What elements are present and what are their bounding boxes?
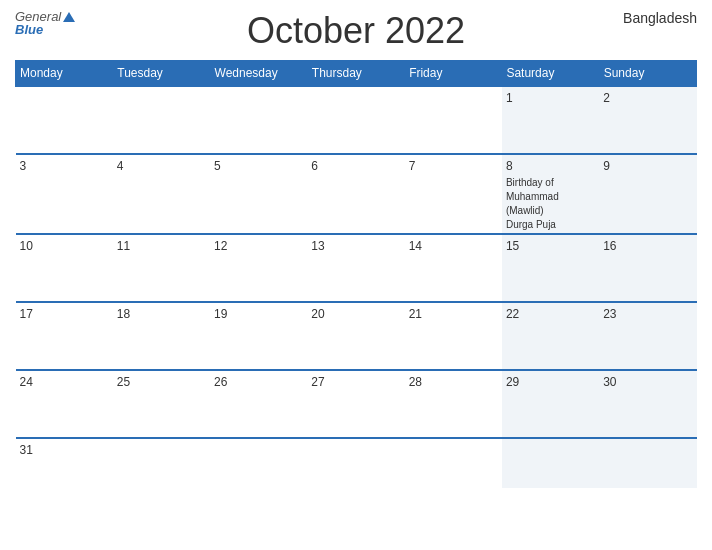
calendar-day-cell: 13 xyxy=(307,234,404,302)
calendar-day-cell: 28 xyxy=(405,370,502,438)
day-number: 14 xyxy=(409,239,498,253)
calendar-day-cell: 3 xyxy=(16,154,113,234)
day-number: 28 xyxy=(409,375,498,389)
calendar-day-cell: 5 xyxy=(210,154,307,234)
calendar-day-cell: 2 xyxy=(599,86,696,154)
day-number: 20 xyxy=(311,307,400,321)
calendar-week-row: 24252627282930 xyxy=(16,370,697,438)
day-number: 2 xyxy=(603,91,692,105)
calendar-day-cell xyxy=(113,438,210,488)
calendar-day-cell: 24 xyxy=(16,370,113,438)
day-number: 23 xyxy=(603,307,692,321)
header-sunday: Sunday xyxy=(599,61,696,87)
calendar-day-cell: 10 xyxy=(16,234,113,302)
calendar-week-row: 17181920212223 xyxy=(16,302,697,370)
day-number: 17 xyxy=(20,307,109,321)
calendar-day-cell: 19 xyxy=(210,302,307,370)
calendar-day-cell: 6 xyxy=(307,154,404,234)
calendar-day-cell: 1 xyxy=(502,86,599,154)
day-number: 12 xyxy=(214,239,303,253)
day-number: 5 xyxy=(214,159,303,173)
calendar-day-cell: 26 xyxy=(210,370,307,438)
calendar-day-cell: 22 xyxy=(502,302,599,370)
calendar-day-cell: 9 xyxy=(599,154,696,234)
day-number: 7 xyxy=(409,159,498,173)
calendar-day-cell xyxy=(502,438,599,488)
calendar-day-cell: 4 xyxy=(113,154,210,234)
calendar-day-cell xyxy=(307,86,404,154)
day-number: 30 xyxy=(603,375,692,389)
day-number: 29 xyxy=(506,375,595,389)
day-number: 15 xyxy=(506,239,595,253)
calendar-grid: Monday Tuesday Wednesday Thursday Friday… xyxy=(15,60,697,488)
calendar-day-cell xyxy=(210,438,307,488)
header-thursday: Thursday xyxy=(307,61,404,87)
calendar-day-cell: 15 xyxy=(502,234,599,302)
logo-triangle-icon xyxy=(63,12,75,22)
day-number: 22 xyxy=(506,307,595,321)
calendar-day-cell: 11 xyxy=(113,234,210,302)
calendar-day-cell xyxy=(405,86,502,154)
calendar-week-row: 12 xyxy=(16,86,697,154)
day-number: 21 xyxy=(409,307,498,321)
calendar-day-cell: 23 xyxy=(599,302,696,370)
calendar-day-cell: 31 xyxy=(16,438,113,488)
day-number: 24 xyxy=(20,375,109,389)
header-monday: Monday xyxy=(16,61,113,87)
calendar-day-cell: 21 xyxy=(405,302,502,370)
day-number: 1 xyxy=(506,91,595,105)
day-number: 6 xyxy=(311,159,400,173)
calendar-day-cell: 29 xyxy=(502,370,599,438)
header-tuesday: Tuesday xyxy=(113,61,210,87)
calendar-day-cell: 12 xyxy=(210,234,307,302)
day-number: 25 xyxy=(117,375,206,389)
day-number: 18 xyxy=(117,307,206,321)
calendar-day-cell xyxy=(307,438,404,488)
day-number: 27 xyxy=(311,375,400,389)
day-number: 16 xyxy=(603,239,692,253)
header-friday: Friday xyxy=(405,61,502,87)
calendar-day-cell: 27 xyxy=(307,370,404,438)
calendar-day-cell: 16 xyxy=(599,234,696,302)
day-number: 4 xyxy=(117,159,206,173)
weekday-header-row: Monday Tuesday Wednesday Thursday Friday… xyxy=(16,61,697,87)
day-number: 11 xyxy=(117,239,206,253)
logo: General Blue xyxy=(15,10,75,36)
country-label: Bangladesh xyxy=(623,10,697,26)
calendar-day-cell xyxy=(599,438,696,488)
calendar-day-cell: 14 xyxy=(405,234,502,302)
calendar-container: General Blue October 2022 Bangladesh Mon… xyxy=(0,0,712,550)
calendar-header: General Blue October 2022 Bangladesh xyxy=(15,10,697,52)
calendar-day-cell: 17 xyxy=(16,302,113,370)
calendar-day-cell: 25 xyxy=(113,370,210,438)
calendar-day-cell xyxy=(16,86,113,154)
event-label: Birthday of Muhammad (Mawlid) Durga Puja xyxy=(506,177,559,230)
calendar-day-cell xyxy=(210,86,307,154)
logo-blue-text: Blue xyxy=(15,23,43,36)
calendar-week-row: 10111213141516 xyxy=(16,234,697,302)
month-title: October 2022 xyxy=(247,10,465,52)
calendar-day-cell: 18 xyxy=(113,302,210,370)
calendar-day-cell: 8Birthday of Muhammad (Mawlid) Durga Puj… xyxy=(502,154,599,234)
header-saturday: Saturday xyxy=(502,61,599,87)
calendar-week-row: 31 xyxy=(16,438,697,488)
day-number: 8 xyxy=(506,159,595,173)
day-number: 13 xyxy=(311,239,400,253)
calendar-day-cell xyxy=(113,86,210,154)
header-wednesday: Wednesday xyxy=(210,61,307,87)
calendar-day-cell: 20 xyxy=(307,302,404,370)
calendar-week-row: 345678Birthday of Muhammad (Mawlid) Durg… xyxy=(16,154,697,234)
calendar-day-cell xyxy=(405,438,502,488)
day-number: 31 xyxy=(20,443,109,457)
day-number: 9 xyxy=(603,159,692,173)
calendar-day-cell: 7 xyxy=(405,154,502,234)
day-number: 19 xyxy=(214,307,303,321)
day-number: 26 xyxy=(214,375,303,389)
calendar-day-cell: 30 xyxy=(599,370,696,438)
day-number: 10 xyxy=(20,239,109,253)
day-number: 3 xyxy=(20,159,109,173)
